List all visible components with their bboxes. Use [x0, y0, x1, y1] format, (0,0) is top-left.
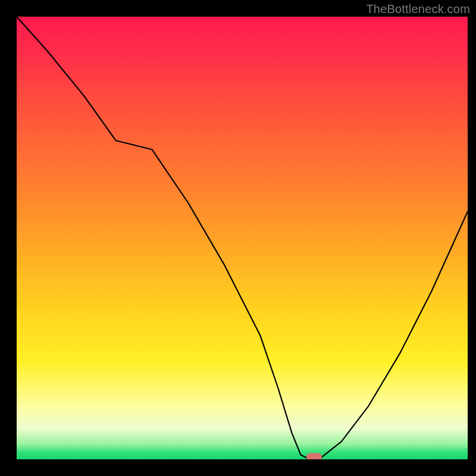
plot-area: [17, 17, 468, 459]
watermark-text: TheBottleneck.com: [366, 2, 470, 16]
chart-frame: TheBottleneck.com: [0, 0, 476, 476]
curve-path: [17, 17, 468, 459]
bottleneck-curve: [17, 17, 468, 459]
optimal-marker: [306, 453, 322, 459]
